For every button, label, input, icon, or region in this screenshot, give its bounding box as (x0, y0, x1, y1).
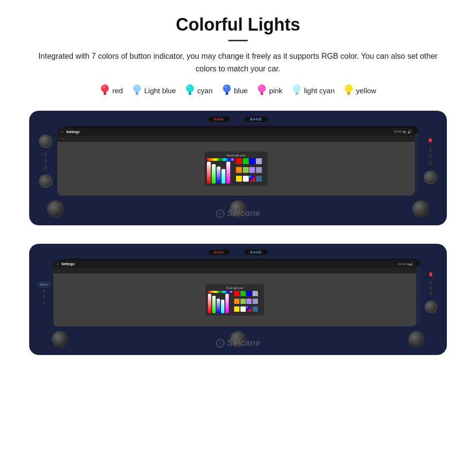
right-button-2[interactable] (429, 154, 431, 159)
panel-title-1: Panel light color (207, 154, 265, 157)
band-button-2: BAND (244, 250, 268, 255)
svg-point-16 (258, 84, 266, 92)
left-button-1[interactable] (45, 152, 47, 157)
right2-btn1[interactable] (430, 281, 432, 285)
bar-green-2 (212, 296, 216, 313)
band-button: BAND (244, 117, 268, 122)
color-item-lightblue: Light blue (132, 84, 176, 97)
title-divider (228, 40, 248, 41)
left-knob-1[interactable] (39, 135, 52, 148)
left2-btn1[interactable] (43, 289, 45, 293)
svg-point-23 (295, 86, 297, 88)
device-unit-1: NAVI BAND (29, 111, 447, 225)
svg-rect-25 (348, 92, 350, 94)
lightcyan-bulb-icon (291, 84, 302, 97)
svg-point-19 (260, 86, 262, 88)
svg-rect-5 (136, 92, 138, 94)
color-item-red: red (100, 84, 123, 97)
svg-rect-21 (295, 92, 298, 94)
left-button-2[interactable] (45, 159, 47, 164)
svg-point-7 (135, 86, 137, 88)
bottom-knob-right-1[interactable] (412, 200, 429, 218)
back-arrow-1[interactable]: ← (61, 136, 65, 141)
right2-btn3[interactable] (430, 292, 432, 296)
rainbow-bar-2 (208, 291, 232, 293)
bottom-knob-left-1[interactable] (47, 200, 64, 218)
color-item-blue: blue (221, 84, 248, 97)
description-text: Integrated with 7 colors of button indic… (29, 50, 447, 75)
right-knob-1[interactable] (424, 170, 437, 184)
menu-button-2[interactable]: MENU (37, 282, 51, 287)
navi-button: NAVI (208, 117, 230, 122)
svg-point-20 (293, 84, 301, 92)
colors-row: red Light blue cyan (19, 84, 457, 97)
bar-green-1 (212, 164, 216, 184)
lightblue-label: Light blue (144, 86, 176, 95)
svg-rect-6 (136, 94, 138, 95)
svg-rect-22 (295, 94, 298, 95)
svg-point-4 (133, 84, 141, 92)
devices-section: NAVI BAND (19, 111, 457, 355)
right-button-1[interactable] (429, 147, 431, 152)
pink-label: pink (269, 86, 283, 95)
color-item-cyan: cyan (185, 84, 213, 97)
bar-red-1 (207, 162, 211, 184)
back-arrow-2[interactable]: ← (57, 269, 61, 273)
right-indicator-1 (429, 138, 432, 142)
svg-rect-2 (103, 94, 106, 95)
watermark-1: S Seicane (216, 208, 260, 219)
svg-rect-26 (347, 94, 350, 95)
watermark-2: S Seicane (216, 338, 260, 348)
svg-rect-14 (225, 94, 228, 95)
time-display-2: 20:09 (398, 263, 406, 266)
bar-magenta-2 (225, 294, 229, 313)
page-wrapper: Colorful Lights Integrated with 7 colors… (0, 0, 476, 374)
svg-rect-10 (188, 94, 191, 95)
bar-magenta-1 (226, 162, 230, 184)
bar-red-2 (208, 294, 211, 313)
svg-point-12 (223, 84, 231, 92)
right-knob-2[interactable] (425, 301, 437, 313)
device-unit-2: NAVI BAND MENU (29, 244, 447, 355)
pink-bulb-icon (256, 84, 267, 97)
svg-point-27 (347, 86, 349, 88)
rainbow-bar-1 (207, 158, 234, 161)
panel-title-2: Panel light color (208, 287, 261, 289)
bar-cyan-1 (221, 169, 225, 184)
blue-bulb-icon (221, 84, 232, 97)
svg-rect-17 (261, 92, 263, 94)
right2-btn2[interactable] (430, 287, 432, 290)
bottom-knob-right-2[interactable] (408, 331, 425, 347)
svg-point-24 (345, 84, 353, 92)
page-title: Colorful Lights (19, 15, 457, 35)
svg-point-8 (186, 84, 194, 92)
svg-point-15 (225, 86, 227, 88)
time-display-1: 20:09 (394, 130, 401, 133)
yellow-bulb-icon (343, 84, 354, 97)
left-knob-2[interactable] (39, 174, 52, 188)
svg-point-3 (103, 86, 105, 88)
right-button-3[interactable] (429, 161, 431, 166)
cyan-label: cyan (197, 86, 213, 95)
left-button-3[interactable] (45, 166, 47, 170)
lightcyan-label: light cyan (304, 86, 335, 95)
svg-point-11 (188, 86, 190, 88)
bar-blue-1 (217, 167, 221, 184)
color-item-pink: pink (256, 84, 283, 97)
svg-rect-1 (104, 92, 106, 94)
color-item-yellow: yellow (343, 84, 376, 97)
left2-btn2[interactable] (43, 295, 45, 299)
blue-label: blue (234, 86, 248, 95)
right-indicator-2 (429, 272, 432, 276)
settings-title-2: Settings (61, 262, 75, 266)
settings-title-1: Settings (66, 130, 80, 134)
navi-button-2: NAVI (208, 250, 230, 255)
yellow-label: yellow (356, 86, 376, 95)
bar-cyan-2 (221, 300, 224, 313)
svg-rect-18 (260, 94, 263, 95)
left2-btn3[interactable] (43, 300, 45, 304)
svg-rect-9 (189, 92, 191, 94)
bar-blue-2 (217, 299, 220, 313)
bottom-knob-left-2[interactable] (51, 331, 68, 347)
svg-rect-13 (225, 92, 228, 94)
